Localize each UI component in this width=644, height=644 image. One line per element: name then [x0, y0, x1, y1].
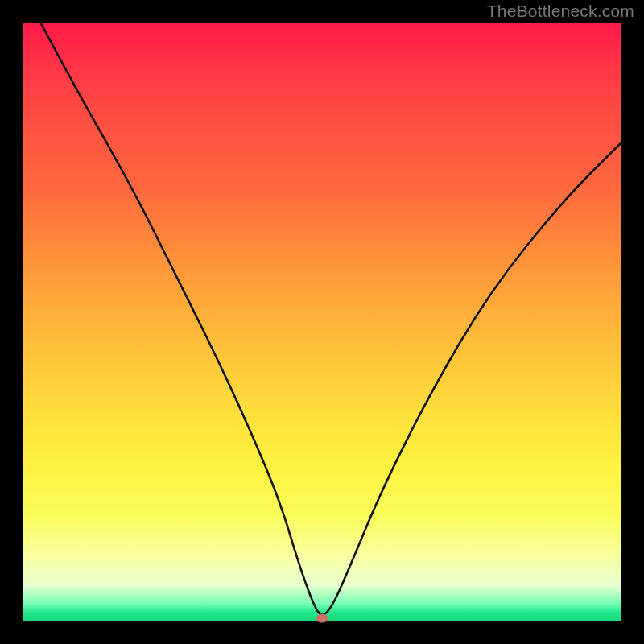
- minimum-marker: [316, 614, 328, 623]
- watermark-text: TheBottleneck.com: [487, 2, 634, 21]
- chart-frame: TheBottleneck.com: [0, 0, 644, 644]
- bottleneck-curve: [23, 23, 621, 621]
